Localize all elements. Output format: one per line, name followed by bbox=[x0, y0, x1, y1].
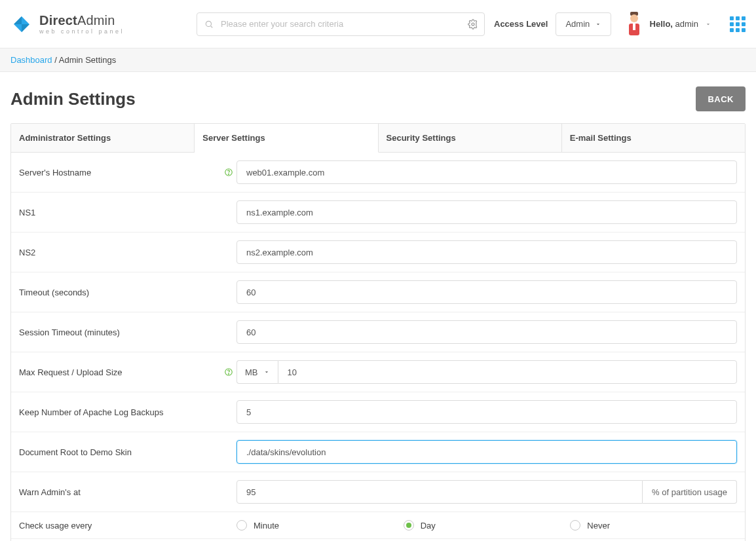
access-level-label: Access Level bbox=[494, 19, 548, 29]
row-apachelogs: Keep Number of Apache Log Backups bbox=[11, 392, 745, 432]
row-docroot: Document Root to Demo Skin bbox=[11, 432, 745, 472]
label-ns2: NS2 bbox=[19, 248, 236, 257]
label-session: Session Timeout (minutes) bbox=[19, 327, 236, 337]
svg-point-13 bbox=[229, 373, 229, 374]
tab-email[interactable]: E-mail Settings bbox=[562, 124, 745, 152]
label-timeout: Timeout (seconds) bbox=[19, 288, 236, 297]
radio-minute[interactable]: Minute bbox=[236, 520, 404, 531]
radio-icon bbox=[570, 520, 580, 531]
logo[interactable]: DirectAdmin web control panel bbox=[10, 13, 197, 35]
settings-tabs: Administrator Settings Server Settings S… bbox=[11, 124, 745, 153]
input-ns2[interactable] bbox=[236, 240, 737, 264]
avatar bbox=[625, 10, 643, 38]
svg-point-3 bbox=[206, 21, 211, 26]
input-ns1[interactable] bbox=[236, 200, 737, 224]
settings-panel: Administrator Settings Server Settings S… bbox=[10, 123, 746, 541]
row-warn: Warn Admin's at % of partition usage bbox=[11, 472, 745, 512]
label-maxreq: Max Request / Upload Size bbox=[19, 367, 223, 377]
svg-marker-1 bbox=[14, 16, 22, 24]
search-input[interactable] bbox=[197, 12, 485, 36]
radio-icon bbox=[236, 520, 247, 531]
search bbox=[197, 12, 485, 36]
radio-icon bbox=[404, 520, 414, 531]
row-session: Session Timeout (minutes) bbox=[11, 312, 745, 352]
select-maxreq-unit[interactable]: MB bbox=[236, 360, 278, 384]
user-menu[interactable]: Hello, admin bbox=[625, 10, 746, 38]
tab-administrator[interactable]: Administrator Settings bbox=[11, 124, 195, 152]
svg-point-7 bbox=[630, 14, 638, 22]
access-level-value: Admin bbox=[565, 19, 590, 29]
access-level-select[interactable]: Admin bbox=[556, 12, 611, 36]
row-checkusage: Check usage every Minute Day Never bbox=[11, 512, 745, 539]
tab-server[interactable]: Server Settings bbox=[195, 124, 378, 153]
logo-icon bbox=[10, 13, 33, 35]
apps-icon[interactable] bbox=[730, 16, 746, 32]
access-level: Access Level Admin bbox=[494, 12, 611, 36]
brand-sub: web control panel bbox=[39, 29, 124, 35]
row-ns1: NS1 bbox=[11, 193, 745, 233]
tab-security[interactable]: Security Settings bbox=[379, 124, 562, 152]
page-title: Admin Settings bbox=[10, 89, 136, 109]
input-timeout[interactable] bbox=[236, 280, 737, 304]
suffix-warn: % of partition usage bbox=[643, 480, 737, 504]
chevron-down-icon bbox=[705, 21, 711, 28]
row-ns2: NS2 bbox=[11, 233, 745, 272]
radio-never[interactable]: Never bbox=[570, 520, 737, 531]
row-maxreq: Max Request / Upload Size MB bbox=[11, 352, 745, 392]
svg-rect-9 bbox=[633, 24, 635, 30]
label-apachelogs: Keep Number of Apache Log Backups bbox=[19, 407, 236, 417]
brand-name: DirectAdmin bbox=[39, 14, 124, 27]
input-maxreq[interactable] bbox=[278, 360, 738, 384]
chevron-down-icon bbox=[595, 21, 601, 28]
label-ns1: NS1 bbox=[19, 208, 236, 217]
breadcrumb-home[interactable]: Dashboard bbox=[10, 55, 52, 65]
input-apachelogs[interactable] bbox=[236, 400, 737, 424]
label-hostname: Server's Hostname bbox=[19, 168, 223, 177]
row-timeout: Timeout (seconds) bbox=[11, 272, 745, 312]
input-hostname[interactable] bbox=[236, 160, 737, 184]
help-icon[interactable] bbox=[223, 367, 234, 377]
gear-icon[interactable] bbox=[468, 19, 478, 29]
label-checkusage: Check usage every bbox=[19, 521, 236, 531]
breadcrumb: Dashboard / Admin Settings bbox=[0, 48, 756, 72]
row-hostname: Server's Hostname bbox=[11, 153, 745, 193]
help-icon[interactable] bbox=[223, 167, 234, 177]
svg-point-5 bbox=[472, 23, 474, 26]
svg-line-4 bbox=[211, 26, 213, 28]
input-session[interactable] bbox=[236, 320, 737, 344]
breadcrumb-current: Admin Settings bbox=[59, 55, 116, 65]
topbar: DirectAdmin web control panel Access Lev… bbox=[0, 0, 756, 48]
svg-point-11 bbox=[229, 174, 229, 174]
back-button[interactable]: BACK bbox=[696, 86, 746, 111]
svg-marker-2 bbox=[22, 24, 29, 32]
input-warn[interactable] bbox=[236, 480, 643, 504]
search-icon bbox=[204, 20, 214, 29]
label-docroot: Document Root to Demo Skin bbox=[19, 447, 236, 457]
label-warn: Warn Admin's at bbox=[19, 487, 236, 497]
input-docroot[interactable] bbox=[236, 440, 737, 464]
greeting: Hello, admin bbox=[650, 19, 698, 29]
chevron-down-icon bbox=[263, 369, 270, 375]
radio-day[interactable]: Day bbox=[404, 520, 571, 531]
page-header: Admin Settings BACK bbox=[0, 72, 756, 123]
